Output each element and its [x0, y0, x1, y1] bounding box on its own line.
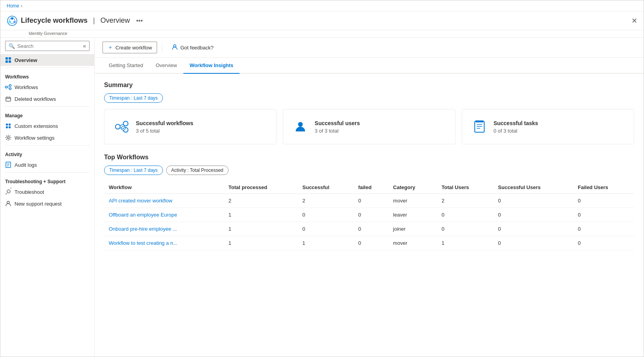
cell-failed-users-3: 0: [573, 236, 634, 250]
create-workflow-button[interactable]: ＋ Create workflow: [102, 42, 157, 53]
svg-line-34: [120, 124, 123, 126]
sidebar-item-troubleshoot-label: Troubleshoot: [15, 189, 44, 195]
plus-icon: ＋: [108, 44, 113, 51]
svg-rect-38: [475, 121, 484, 132]
cell-workflow-2: Onboard pre-hire employee ...: [104, 222, 224, 236]
sidebar-item-audit-logs[interactable]: Audit logs: [0, 159, 94, 171]
cell-total-users-1: 0: [437, 208, 493, 222]
tasks-card-title: Successful tasks: [494, 120, 538, 126]
main-content: ＋ Create workflow Got feedback?: [95, 38, 644, 357]
tabs: Getting Started Overview Workflow Insigh…: [95, 58, 644, 74]
successful-workflows-card: Successful workflows 3 of 5 total: [104, 109, 276, 144]
sidebar-search-container: 🔍 «: [0, 38, 94, 54]
cell-total-1: 1: [224, 208, 298, 222]
breadcrumb-home[interactable]: Home: [7, 3, 19, 9]
cell-workflow-0: API created mover workflow: [104, 194, 224, 208]
cell-failed-0: 0: [353, 194, 388, 208]
page-title: Overview: [101, 16, 130, 25]
settings-icon: [5, 135, 11, 141]
sidebar-item-deleted-workflows[interactable]: Deleted workflows: [0, 93, 94, 105]
svg-point-27: [7, 190, 10, 193]
table-row: Offboard an employee Europe 1 0 0 leaver…: [104, 208, 634, 222]
table-row: Workflow to test creating a n... 1 1 0 m…: [104, 236, 634, 250]
cell-successful-users-1: 0: [493, 208, 573, 222]
summary-title: Summary: [104, 82, 634, 89]
svg-point-11: [9, 88, 11, 90]
sidebar-divider-2: [5, 106, 90, 107]
sidebar-item-custom-extensions[interactable]: Custom extensions: [0, 120, 94, 132]
svg-point-10: [9, 85, 11, 87]
users-card-value: 3 of 3 total: [315, 128, 360, 134]
toolbar-divider: [162, 43, 162, 52]
workflow-link-0[interactable]: API created mover workflow: [109, 198, 172, 204]
sidebar-item-custom-label: Custom extensions: [15, 123, 58, 129]
collapse-sidebar-icon[interactable]: «: [83, 43, 86, 49]
col-total-processed: Total processed: [224, 181, 298, 194]
got-feedback-button[interactable]: Got feedback?: [167, 42, 218, 53]
svg-rect-5: [5, 57, 8, 60]
more-options-icon[interactable]: •••: [136, 17, 143, 24]
cell-failed-users-0: 0: [573, 194, 634, 208]
cell-category-2: joiner: [388, 222, 437, 236]
tab-workflow-insights[interactable]: Workflow Insights: [183, 58, 240, 74]
cell-workflow-3: Workflow to test creating a n...: [104, 236, 224, 250]
app-subtitle: Identity Governance: [0, 30, 644, 38]
search-box[interactable]: 🔍 «: [5, 41, 90, 51]
svg-point-4: [9, 21, 11, 23]
workflow-link-2[interactable]: Onboard pre-hire employee ...: [109, 226, 177, 232]
sidebar-item-workflows[interactable]: Workflows: [0, 81, 94, 93]
breadcrumb: Home ›: [0, 0, 644, 11]
cell-category-1: leaver: [388, 208, 437, 222]
sidebar-section-activity: Activity: [0, 147, 94, 159]
cell-successful-users-3: 0: [493, 236, 573, 250]
cell-failed-2: 0: [353, 222, 388, 236]
title-separator: |: [93, 16, 95, 25]
cell-total-users-3: 1: [437, 236, 493, 250]
toolbar: ＋ Create workflow Got feedback?: [95, 38, 644, 58]
svg-point-3: [13, 21, 16, 23]
search-icon: 🔍: [9, 43, 15, 49]
got-feedback-label: Got feedback?: [180, 45, 214, 51]
svg-rect-18: [6, 124, 8, 126]
top-bar: Lifecycle workflows | Overview ••• ✕: [0, 11, 644, 30]
sidebar-item-workflow-settings[interactable]: Workflow settings: [0, 132, 94, 144]
close-icon[interactable]: ✕: [631, 16, 637, 25]
cell-total-users-0: 2: [437, 194, 493, 208]
successful-users-card: Successful users 3 of 3 total: [283, 109, 455, 144]
workflow-link-3[interactable]: Workflow to test creating a n...: [109, 240, 177, 246]
search-input[interactable]: [17, 43, 80, 49]
cell-workflow-1: Offboard an employee Europe: [104, 208, 224, 222]
cell-total-2: 1: [224, 222, 298, 236]
svg-point-30: [174, 45, 176, 47]
tab-getting-started[interactable]: Getting Started: [102, 58, 149, 74]
timespan-badge[interactable]: Timespan : Last 7 days: [104, 93, 163, 103]
users-card-text: Successful users 3 of 3 total: [315, 120, 360, 134]
sidebar-section-workflows: Workflows: [0, 69, 94, 81]
svg-point-29: [7, 201, 9, 204]
app-title: Lifecycle workflows: [21, 16, 88, 25]
activity-filter-badge[interactable]: Activity : Total Processed: [166, 166, 229, 175]
tasks-card-icon: [472, 119, 487, 135]
cell-failed-1: 0: [353, 208, 388, 222]
overview-icon: [5, 57, 11, 63]
support-icon: [5, 200, 11, 207]
sidebar-item-overview-label: Overview: [15, 57, 37, 63]
svg-point-37: [298, 122, 303, 127]
timespan-filter-badge[interactable]: Timespan : Last 7 days: [104, 166, 163, 175]
sidebar-item-troubleshoot[interactable]: Troubleshoot: [0, 186, 94, 198]
sidebar: 🔍 « Overview Workflows: [0, 38, 95, 357]
sidebar-item-overview[interactable]: Overview: [0, 54, 94, 66]
svg-point-9: [5, 86, 7, 88]
delete-icon: [5, 96, 11, 102]
sidebar-item-support-label: New support request: [15, 201, 62, 207]
workflow-link-1[interactable]: Offboard an employee Europe: [109, 212, 177, 218]
table-header: Workflow Total processed Successful fail…: [104, 181, 634, 194]
sidebar-item-new-support[interactable]: New support request: [0, 198, 94, 209]
svg-point-22: [7, 137, 9, 139]
cell-failed-users-2: 0: [573, 222, 634, 236]
tab-overview[interactable]: Overview: [149, 58, 183, 74]
svg-point-32: [123, 121, 128, 126]
users-card-title: Successful users: [315, 120, 360, 126]
svg-rect-7: [5, 60, 8, 63]
workflow-card-icon: [114, 119, 130, 135]
